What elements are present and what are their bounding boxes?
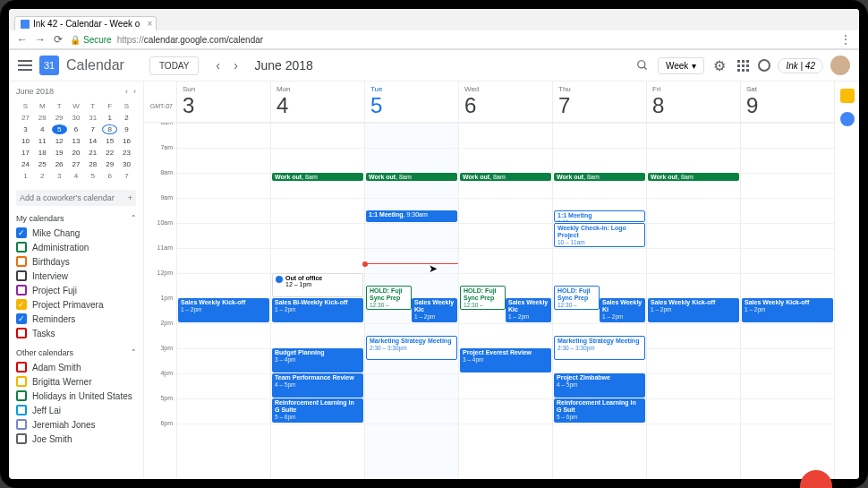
- mini-cal-day[interactable]: 19: [52, 148, 67, 158]
- calendar-event[interactable]: 1:1 Meeting, 9:30am: [366, 210, 457, 222]
- mini-cal-day[interactable]: 24: [18, 159, 33, 169]
- mini-cal-prev-icon[interactable]: ‹: [125, 87, 128, 96]
- mini-cal-day[interactable]: 30: [119, 159, 134, 169]
- mini-cal-day[interactable]: 26: [52, 159, 67, 169]
- mini-cal-day[interactable]: 18: [35, 148, 50, 158]
- browser-back-icon[interactable]: ←: [16, 33, 29, 46]
- mini-cal-day[interactable]: 7: [119, 171, 134, 181]
- calendar-checkbox[interactable]: [16, 285, 27, 295]
- mini-cal-day[interactable]: 2: [35, 171, 50, 181]
- add-coworker-input[interactable]: Add a coworker's calendar +: [16, 190, 136, 206]
- day-header[interactable]: Fri8: [646, 81, 740, 122]
- calendar-checkbox[interactable]: [16, 270, 27, 281]
- calendar-checkbox[interactable]: [16, 313, 27, 324]
- other-calendar-item[interactable]: Jeremiah Jones: [16, 417, 136, 432]
- mini-cal-day[interactable]: 5: [85, 171, 100, 181]
- calendar-event[interactable]: Work out, 8am: [648, 173, 739, 181]
- mini-cal-day[interactable]: 16: [119, 136, 134, 146]
- day-header[interactable]: Tue5: [364, 81, 458, 122]
- calendar-event[interactable]: Sales Weekly Kic1 – 2pm: [412, 298, 457, 322]
- calendar-event[interactable]: Work out, 8am: [554, 173, 645, 181]
- next-period-button[interactable]: ›: [227, 57, 243, 73]
- calendar-event[interactable]: Sales Bi-Weekly Kick-off1 – 2pm: [272, 298, 363, 322]
- day-header[interactable]: Sun3: [176, 81, 270, 122]
- calendar-event[interactable]: Sales Weekly Kick-off1 – 2pm: [648, 298, 739, 322]
- calendar-event[interactable]: Team Performance Review4 – 5pm: [272, 373, 363, 398]
- calendar-event[interactable]: Marketing Strategy Meeting2:30 – 3:30pm: [554, 336, 645, 360]
- keep-icon[interactable]: [840, 89, 855, 103]
- view-dropdown[interactable]: Week ▾: [658, 57, 704, 74]
- mini-cal-day[interactable]: 15: [102, 136, 117, 146]
- calendar-checkbox[interactable]: [16, 405, 27, 415]
- mini-cal-day[interactable]: 4: [35, 124, 50, 134]
- browser-menu-icon[interactable]: ⋮: [839, 33, 852, 46]
- calendar-event[interactable]: Sales Weekly Kick-off1 – 2pm: [742, 298, 833, 322]
- my-calendar-item[interactable]: Project Fuji: [16, 283, 136, 297]
- mini-cal-day[interactable]: 5: [52, 124, 67, 134]
- calendar-event[interactable]: HOLD: Fuji Sync Prep12:30 – 1:30pm: [366, 286, 412, 310]
- calendar-checkbox[interactable]: [16, 419, 27, 430]
- calendar-event[interactable]: Weekly Check-in: Logo Project10 – 11am: [554, 223, 645, 247]
- calendar-event[interactable]: Sales Weekly Ki1 – 2pm: [600, 298, 645, 322]
- mini-cal-day[interactable]: 4: [69, 171, 84, 181]
- mini-cal-day[interactable]: 30: [69, 113, 84, 123]
- my-calendars-toggle[interactable]: My calendars ˄: [16, 211, 136, 226]
- menu-icon[interactable]: [18, 60, 32, 71]
- mini-cal-next-icon[interactable]: ›: [133, 87, 136, 96]
- my-calendar-item[interactable]: Project Primavera: [16, 297, 136, 312]
- day-column[interactable]: Work out, 8amOut of office12 – 1pmSales …: [270, 123, 364, 479]
- other-calendar-item[interactable]: Joe Smith: [16, 432, 136, 446]
- mini-cal-day[interactable]: 7: [85, 124, 100, 134]
- mini-cal-day[interactable]: 17: [18, 148, 33, 158]
- day-column[interactable]: Sales Weekly Kick-off1 – 2pm: [176, 123, 270, 479]
- day-column[interactable]: Work out, 8amHOLD: Fuji Sync Prep12:30 –…: [458, 123, 552, 479]
- mini-cal-day[interactable]: 8: [102, 124, 117, 134]
- mini-cal-day[interactable]: 1: [18, 171, 33, 181]
- mini-cal-day[interactable]: 9: [119, 124, 134, 134]
- mini-cal-day[interactable]: 11: [35, 136, 50, 146]
- mini-cal-day[interactable]: 29: [102, 159, 117, 169]
- day-header[interactable]: Wed6: [458, 81, 552, 122]
- mini-cal-day[interactable]: 2: [119, 113, 134, 123]
- my-calendar-item[interactable]: Birthdays: [16, 254, 136, 269]
- search-icon[interactable]: [634, 57, 651, 73]
- mini-cal-day[interactable]: 27: [69, 159, 84, 169]
- calendar-event[interactable]: Work out, 8am: [366, 173, 457, 181]
- calendar-event[interactable]: 1:1 Meeting9:30am: [554, 210, 645, 222]
- mini-cal-day[interactable]: 29: [52, 113, 67, 123]
- calendar-checkbox[interactable]: [16, 328, 27, 338]
- mini-cal-day[interactable]: 10: [18, 136, 33, 146]
- calendar-event[interactable]: HOLD: Fuji Sync Prep12:30 – 1:30pm: [460, 286, 506, 310]
- my-calendar-item[interactable]: Mike Chang: [16, 226, 136, 240]
- calendar-checkbox[interactable]: [16, 390, 27, 401]
- mini-cal-day[interactable]: 6: [69, 124, 84, 134]
- calendar-checkbox[interactable]: [16, 242, 27, 253]
- browser-reload-icon[interactable]: ⟳: [52, 33, 64, 46]
- mini-cal-day[interactable]: 28: [85, 159, 100, 169]
- day-header[interactable]: Sat9: [740, 81, 834, 122]
- day-column[interactable]: Work out, 8am1:1 Meeting, 9:30amHOLD: Fu…: [364, 123, 458, 479]
- calendar-event[interactable]: Work out, 8am: [272, 173, 363, 181]
- other-calendar-item[interactable]: Adam Smith: [16, 360, 136, 374]
- other-calendar-item[interactable]: Holidays in United States: [16, 389, 136, 403]
- calendar-checkbox[interactable]: [16, 376, 27, 387]
- my-calendar-item[interactable]: Interview: [16, 269, 136, 283]
- mini-cal-day[interactable]: 28: [35, 113, 50, 123]
- org-icon[interactable]: [758, 59, 770, 72]
- my-calendar-item[interactable]: Administration: [16, 240, 136, 254]
- day-column[interactable]: Work out, 8amSales Weekly Kick-off1 – 2p…: [646, 123, 740, 479]
- account-avatar[interactable]: [830, 56, 850, 75]
- day-header[interactable]: Mon4: [270, 81, 364, 122]
- today-button[interactable]: TODAY: [149, 56, 200, 75]
- mini-calendar[interactable]: SMTWTFS 27282930311234567891011121314151…: [16, 99, 136, 183]
- calendar-event[interactable]: Marketing Strategy Meeting2:30 – 3:30pm: [366, 336, 457, 360]
- calendar-event[interactable]: Budget Planning3 – 4pm: [272, 348, 363, 372]
- mini-cal-day[interactable]: 25: [35, 159, 50, 169]
- day-column[interactable]: Sales Weekly Kick-off1 – 2pm: [740, 123, 834, 479]
- mini-cal-day[interactable]: 23: [119, 148, 134, 158]
- calendar-event[interactable]: Work out, 8am: [460, 173, 551, 181]
- tab-close-icon[interactable]: ×: [147, 19, 152, 29]
- calendar-event[interactable]: Project Everest Review3 – 4pm: [460, 348, 551, 372]
- settings-icon[interactable]: ⚙: [711, 57, 728, 73]
- other-calendar-item[interactable]: Jeff Lai: [16, 403, 136, 417]
